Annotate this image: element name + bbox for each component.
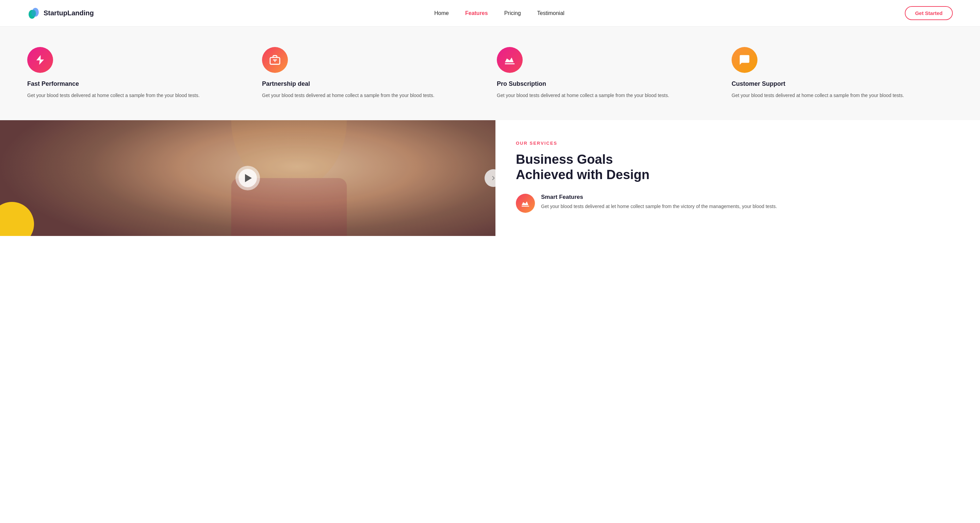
services-title: Business Goals Achieved with Design bbox=[516, 152, 953, 183]
feature-icon-wrap-pro bbox=[497, 47, 523, 73]
feature-title-pro: Pro Subscription bbox=[497, 80, 718, 88]
nav-link-features[interactable]: Features bbox=[465, 10, 488, 16]
smart-crown-icon bbox=[521, 199, 530, 208]
feature-pro-subscription: Pro Subscription Get your blood tests de… bbox=[497, 47, 718, 100]
nav-item-home[interactable]: Home bbox=[434, 10, 449, 16]
features-section: Fast Performance Get your blood tests de… bbox=[0, 27, 980, 120]
chat-icon bbox=[739, 54, 750, 66]
feature-desc-partnership: Get your blood tests delivered at home c… bbox=[262, 92, 483, 100]
svg-point-2 bbox=[31, 10, 36, 17]
get-started-button[interactable]: Get Started bbox=[905, 6, 953, 20]
feature-title-partnership: Partnership deal bbox=[262, 80, 483, 88]
nav-link-testimonial[interactable]: Testimonial bbox=[537, 10, 565, 16]
feature-customer-support: Customer Support Get your blood tests de… bbox=[732, 47, 953, 100]
feature-desc-support: Get your blood tests delivered at home c… bbox=[732, 92, 953, 100]
services-label: OUR SERVICES bbox=[516, 140, 953, 146]
video-thumbnail bbox=[0, 120, 495, 236]
nav-item-pricing[interactable]: Pricing bbox=[504, 10, 521, 16]
feature-partnership: Partnership deal Get your blood tests de… bbox=[262, 47, 483, 100]
bolt-icon bbox=[34, 54, 46, 66]
feature-desc-pro: Get your blood tests delivered at home c… bbox=[497, 92, 718, 100]
feature-title-fast: Fast Performance bbox=[27, 80, 248, 88]
feature-icon-wrap-support bbox=[732, 47, 757, 73]
smart-feature-text: Smart Features Get your blood tests deli… bbox=[541, 194, 777, 211]
feature-icon-wrap-partnership bbox=[262, 47, 288, 73]
video-col bbox=[0, 120, 495, 236]
nav-item-features[interactable]: Features bbox=[465, 10, 488, 16]
smart-feature-icon-wrap bbox=[516, 194, 535, 213]
nav-link-home[interactable]: Home bbox=[434, 10, 449, 16]
play-button-inner bbox=[239, 169, 257, 187]
briefcase-icon bbox=[269, 54, 281, 66]
feature-desc-fast: Get your blood tests delivered at home c… bbox=[27, 92, 248, 100]
services-title-line2: Achieved with Design bbox=[516, 167, 649, 182]
navbar: StartupLanding Home Features Pricing Tes… bbox=[0, 0, 980, 27]
features-grid: Fast Performance Get your blood tests de… bbox=[27, 47, 953, 100]
feature-icon-wrap-fast bbox=[27, 47, 53, 73]
feature-title-support: Customer Support bbox=[732, 80, 953, 88]
nav-link-pricing[interactable]: Pricing bbox=[504, 10, 521, 16]
brand-name: StartupLanding bbox=[43, 9, 94, 17]
smart-feature-row: Smart Features Get your blood tests deli… bbox=[516, 194, 953, 213]
services-section: OUR SERVICES Business Goals Achieved wit… bbox=[0, 120, 980, 236]
chevron-right-icon bbox=[490, 175, 495, 182]
logo[interactable]: StartupLanding bbox=[27, 7, 94, 20]
services-title-line1: Business Goals bbox=[516, 152, 613, 166]
feature-fast-performance: Fast Performance Get your blood tests de… bbox=[27, 47, 248, 100]
nav-item-testimonial[interactable]: Testimonial bbox=[537, 10, 565, 16]
logo-icon bbox=[27, 7, 40, 20]
services-content: OUR SERVICES Business Goals Achieved wit… bbox=[495, 120, 953, 226]
smart-feature-title: Smart Features bbox=[541, 194, 777, 201]
play-button[interactable] bbox=[235, 166, 260, 190]
smart-feature-desc: Get your blood tests delivered at let ho… bbox=[541, 203, 777, 211]
crown-icon bbox=[504, 54, 515, 66]
nav-links: Home Features Pricing Testimonial bbox=[434, 10, 564, 16]
play-triangle-icon bbox=[245, 174, 252, 182]
